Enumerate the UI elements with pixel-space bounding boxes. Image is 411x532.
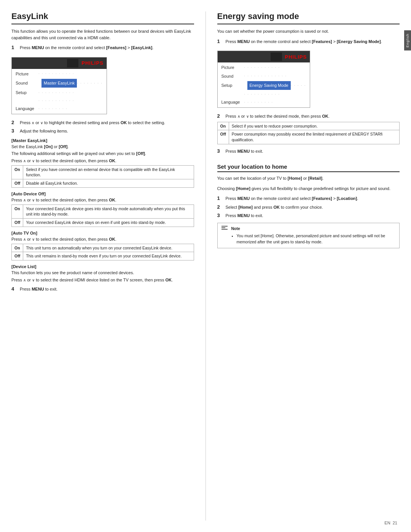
page-label: EN bbox=[384, 521, 390, 525]
energy-picture-label: Picture bbox=[221, 64, 244, 71]
menu-master-dots: · · · · · · · · bbox=[77, 80, 103, 86]
menu-item-blank: · · · · · · · · · · · bbox=[12, 97, 107, 104]
menu-body: Picture · · · · · · · · · · · Sound Mast… bbox=[12, 69, 107, 114]
note-line-1 bbox=[221, 226, 228, 227]
location-step3: 3 Press MENU to exit. bbox=[217, 212, 400, 219]
energy-setup-dots: · · · · · bbox=[291, 83, 306, 88]
step4-num: 4 bbox=[11, 286, 18, 292]
auto-off-off-label: Off bbox=[12, 218, 23, 227]
left-step4: 4 Press MENU to exit. bbox=[11, 286, 194, 292]
step1-text: Press MENU on the remote control and sel… bbox=[20, 45, 153, 51]
left-step3: 3 Adjust the following items. bbox=[11, 128, 194, 134]
table-row: On Select if you want to reduce power co… bbox=[217, 122, 400, 130]
energy-sound-dots: · · · · · · · · · · · · · bbox=[244, 73, 306, 79]
easylink-title: EasyLink bbox=[11, 11, 194, 24]
location-step2: 2 Select [Home] and press OK to confirm … bbox=[217, 204, 400, 211]
main-content: EasyLink This function allows you to ope… bbox=[0, 0, 411, 532]
opt-off-label: Off bbox=[12, 179, 23, 187]
side-tab: English bbox=[404, 30, 411, 51]
table-row: On Select if you have connected an exter… bbox=[12, 165, 194, 179]
location-intro1: You can set the location of your TV to [… bbox=[217, 175, 400, 182]
energy-philips-logo: PHILIPS bbox=[285, 54, 307, 60]
easylink-intro: This function allows you to operate the … bbox=[11, 28, 194, 41]
step2-num: 2 bbox=[11, 120, 18, 125]
right-column: Energy saving mode You can set whether t… bbox=[206, 11, 400, 521]
energy-step2-num: 2 bbox=[217, 113, 224, 119]
auto-device-off-section: [Auto Device Off] Press ∧ or ∨ to select… bbox=[11, 192, 194, 227]
menu-item-setup: Setup · · · · · · · · · · · bbox=[12, 88, 107, 97]
device-list-section: [Device List] This function lets you see… bbox=[11, 264, 194, 283]
location-step1: 1 Press MENU on the remote control and s… bbox=[217, 195, 400, 202]
auto-tv-on-table: On This unit turns on automatically when… bbox=[11, 244, 194, 260]
energy-sound-label: Sound bbox=[221, 73, 244, 80]
energy-step2: 2 Press ∧ or ∨ to select the desired mod… bbox=[217, 113, 400, 120]
menu-item-language: Language · · · · · · · · · bbox=[12, 104, 107, 113]
energy-setup-label: Setup bbox=[221, 82, 244, 89]
philips-logo: PHILIPS bbox=[81, 60, 104, 66]
note-title: Note bbox=[231, 226, 240, 231]
table-row: Off Disable all EasyLink function. bbox=[12, 179, 194, 187]
opt-off-desc: Disable all EasyLink function. bbox=[23, 179, 194, 187]
left-step2: 2 Press ∧ or ∨ to highlight the desired … bbox=[11, 120, 194, 126]
energy-menu-body: Picture · · · · · · · · · · · Sound · · … bbox=[218, 62, 310, 107]
location-step3-text: Press MENU to exit. bbox=[226, 212, 263, 219]
location-step2-text: Select [Home] and press OK to confirm yo… bbox=[226, 204, 323, 211]
energy-menu-header: PHILIPS bbox=[218, 51, 310, 62]
note-icon bbox=[221, 226, 228, 230]
energy-on-label: On bbox=[217, 122, 229, 130]
energy-step3-num: 3 bbox=[217, 148, 224, 154]
energy-picture-dots: · · · · · · · · · · · bbox=[244, 65, 306, 70]
menu-picture-dots: · · · · · · · · · · · bbox=[38, 71, 103, 77]
menu-blank-dots: · · · · · · · · · · · bbox=[38, 98, 103, 104]
energy-step1: 1 Press MENU on the remote control and s… bbox=[217, 38, 400, 45]
note-lines bbox=[221, 226, 228, 230]
step1-num: 1 bbox=[11, 45, 18, 50]
master-options-table: On Select if you have connected an exter… bbox=[11, 165, 194, 188]
auto-off-off-desc: Your connected EasyLink device stays on … bbox=[23, 218, 194, 227]
energy-step1-num: 1 bbox=[217, 38, 224, 44]
energy-menu-language: Language · · · · · · · · · bbox=[218, 98, 310, 107]
location-step1-text: Press MENU on the remote control and sel… bbox=[226, 195, 358, 202]
device-list-label: [Device List] bbox=[11, 264, 194, 269]
opt-on-desc: Select if you have connected an external… bbox=[23, 165, 194, 179]
energy-menu-setup: Setup Energy Saving Mode · · · · · bbox=[218, 80, 310, 91]
energy-blank-dots: · · · · · · · · · · · bbox=[244, 91, 306, 97]
auto-off-on-desc: Your connected EasyLink device goes into… bbox=[23, 204, 194, 218]
table-row: Off Power consumption may possibly excee… bbox=[217, 130, 400, 144]
master-easylink-selected: Master EasyLink bbox=[41, 79, 77, 88]
auto-tv-on-label: [Auto TV On] bbox=[11, 231, 194, 235]
energy-menu-picture: Picture · · · · · · · · · · · bbox=[218, 63, 310, 72]
auto-tv-press-line: Press ∧ or ∨ to select the desired optio… bbox=[11, 237, 194, 241]
energy-step3: 3 Press MENU to exit. bbox=[217, 148, 400, 155]
energy-menu-sound: Sound · · · · · · · · · · · · · bbox=[218, 72, 310, 81]
menu-language-label: Language bbox=[16, 105, 38, 112]
table-row: Off This unit remains in stand-by mode e… bbox=[12, 252, 194, 260]
auto-tv-on-section: [Auto TV On] Press ∧ or ∨ to select the … bbox=[11, 231, 194, 260]
energy-saving-intro: You can set whether the power consumptio… bbox=[217, 28, 400, 35]
energy-tv-icon bbox=[271, 53, 282, 61]
step2-text: Press ∧ or ∨ to highlight the desired se… bbox=[20, 120, 165, 126]
table-row: On Your connected EasyLink device goes i… bbox=[12, 204, 194, 218]
easylink-menu-box: PHILIPS Picture · · · · · · · · · · · So… bbox=[11, 57, 107, 114]
master-press-line: Press ∧ or ∨ to select the desired optio… bbox=[11, 158, 194, 163]
menu-header: PHILIPS bbox=[12, 58, 107, 69]
master-easylink-label: [Master EasyLink] bbox=[11, 138, 194, 143]
auto-tv-off-label: Off bbox=[12, 252, 23, 260]
tv-icon bbox=[67, 59, 78, 67]
left-step1: 1 Press MENU on the remote control and s… bbox=[11, 45, 194, 51]
energy-step1-text: Press MENU on the remote control and sel… bbox=[226, 38, 382, 45]
location-step2-num: 2 bbox=[217, 204, 224, 210]
energy-saving-title: Energy saving mode bbox=[217, 11, 400, 24]
master-easylink-section: [Master EasyLink] Set the EasyLink [On] … bbox=[11, 138, 194, 188]
opt-on-label: On bbox=[12, 165, 23, 179]
energy-off-label: Off bbox=[217, 130, 229, 144]
table-row: Off Your connected EasyLink device stays… bbox=[12, 218, 194, 227]
left-column: EasyLink This function allows you to ope… bbox=[11, 11, 206, 521]
device-list-press: Press ∧ or ∨ to select the desired HDMI … bbox=[11, 277, 194, 283]
note-line-2 bbox=[221, 227, 225, 228]
menu-language-dots: · · · · · · · · · bbox=[38, 106, 103, 112]
note-box: Note You must set [Home]. Otherwise, per… bbox=[217, 223, 400, 248]
menu-item-picture: Picture · · · · · · · · · · · bbox=[12, 70, 107, 78]
auto-device-press-line: Press ∧ or ∨ to select the desired optio… bbox=[11, 198, 194, 202]
menu-picture-label: Picture bbox=[16, 70, 38, 78]
